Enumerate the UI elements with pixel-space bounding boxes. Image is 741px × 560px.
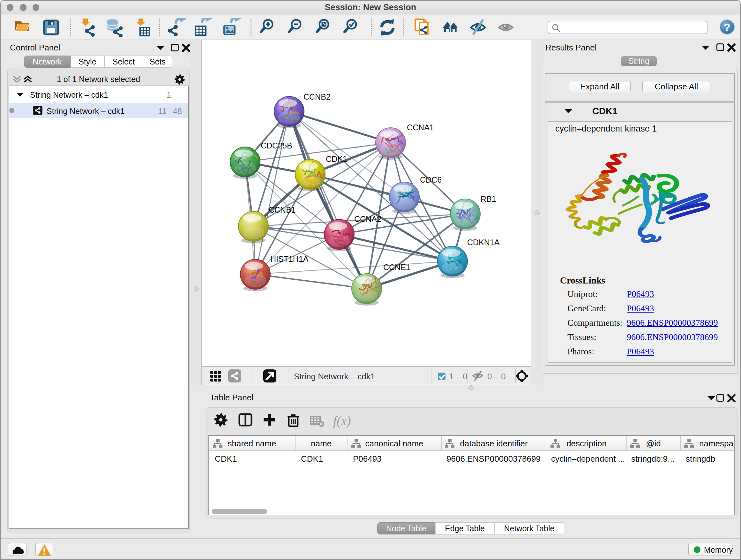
svg-text:CCNB2: CCNB2 (304, 92, 331, 101)
svg-text:CCNA1: CCNA1 (407, 123, 434, 132)
svg-text:CDK1: CDK1 (326, 154, 347, 164)
svg-text:CDC25B: CDC25B (261, 141, 292, 150)
svg-text:HIST1H1A: HIST1H1A (270, 254, 309, 263)
svg-text:CCNA2: CCNA2 (354, 214, 381, 224)
svg-text:CDKN1A: CDKN1A (467, 238, 500, 247)
svg-text:CCNB1: CCNB1 (269, 205, 296, 214)
svg-text:CDC6: CDC6 (420, 175, 442, 184)
svg-text:RB1: RB1 (481, 194, 496, 203)
svg-text:CCNE1: CCNE1 (383, 263, 410, 272)
